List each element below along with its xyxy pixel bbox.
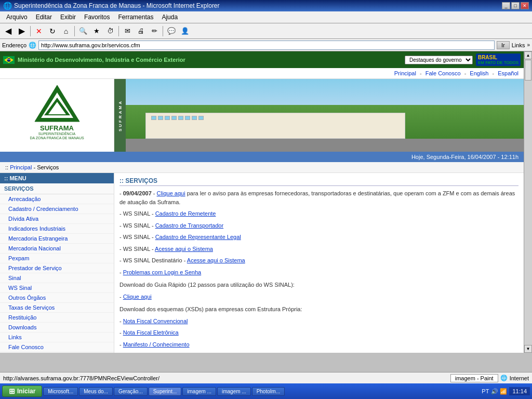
ie-icon: 🌐 <box>3 2 12 10</box>
brasil-text: BRASIL <box>478 55 518 60</box>
menu-editar[interactable]: Editar <box>32 12 56 22</box>
menu-exibir[interactable]: Exibir <box>56 12 80 22</box>
breadcrumb-bar: :: Principal - Serviços <box>0 162 524 173</box>
forward-button[interactable]: ▶ <box>16 25 28 37</box>
links-arrow[interactable]: » <box>527 42 530 48</box>
minimize-button[interactable]: _ <box>502 2 510 9</box>
xsd-eletronica[interactable]: Nota Fiscal Eletrônica <box>123 329 179 336</box>
window-title-left: 🌐 Superintendência da Zona Franca de Man… <box>3 2 220 10</box>
xsd-nota-fiscal: - Nota Fiscal Convencional <box>119 317 518 326</box>
date-bar: Hoje, Segunda-Feira, 16/04/2007 - 12:11h <box>0 152 524 162</box>
sidebar: :: MENU SERVIÇOS Arrecadação Cadastro / … <box>0 173 114 353</box>
window-5 <box>178 116 183 120</box>
xsd-nota-eletronica: - Nota Fiscal Eletrônica <box>119 328 518 337</box>
suframa-full-name: SUPERINTENDÊNCIADA ZONA FRANCA DE MANAUS <box>5 132 109 141</box>
building-shape <box>145 113 405 139</box>
gov-select[interactable]: Destaques do governo <box>405 56 473 64</box>
sidebar-item-prestador[interactable]: Prestador de Serviço <box>0 263 114 273</box>
sidebar-item-sinal[interactable]: Sinal <box>0 273 114 283</box>
stop-button[interactable]: ✕ <box>33 25 45 37</box>
download-guia-clique[interactable]: Clique aqui <box>123 294 152 300</box>
address-input[interactable] <box>38 41 495 50</box>
main-content: :: SERVIÇOS - 09/04/2007 - Clique aqui p… <box>114 173 524 353</box>
home-button[interactable]: ⌂ <box>60 25 72 37</box>
sidebar-item-outros[interactable]: Outros Órgãos <box>0 293 114 303</box>
gov-dropdown[interactable]: Destaques do governo <box>405 56 473 64</box>
sidebar-item-arrecadacao[interactable]: Arrecadação <box>0 194 114 204</box>
ws-sinal-links: - WS SINAL - Cadastro de Remetente - WS … <box>119 209 518 276</box>
links-button[interactable]: Links <box>512 42 525 48</box>
sidebar-item-divida[interactable]: Dívida Ativa <box>0 214 114 224</box>
mail-button[interactable]: ✉ <box>121 25 134 37</box>
menu-arquivo[interactable]: Arquivo <box>2 12 32 22</box>
download-guia-link: - Clique aqui <box>119 292 518 301</box>
scroll-track[interactable] <box>524 59 532 345</box>
nav-english[interactable]: English <box>470 70 488 76</box>
go-button[interactable]: Ir <box>497 41 510 49</box>
maximize-button[interactable]: □ <box>511 2 520 9</box>
edit-button[interactable]: ✏ <box>148 25 161 37</box>
search-button[interactable]: 🔍 <box>77 25 89 37</box>
window-title: Superintendência da Zona Franca de Manau… <box>14 2 220 9</box>
nav-espanol[interactable]: Español <box>498 70 518 76</box>
sidebar-item-pexpam[interactable]: Pexpam <box>0 254 114 263</box>
nav-links: Principal - Fale Conosco - English - Esp… <box>0 68 524 79</box>
discuss-button[interactable]: 💬 <box>165 25 178 37</box>
close-button[interactable]: ✕ <box>521 2 529 9</box>
ws-acesse-sistema[interactable]: Acesse aqui o Sistema <box>155 246 213 252</box>
content-split: :: MENU SERVIÇOS Arrecadação Cadastro / … <box>0 173 524 353</box>
xsd-convencional[interactable]: Nota Fiscal Convencional <box>123 318 188 324</box>
menu-favoritos[interactable]: Favoritos <box>80 12 114 22</box>
window-controls[interactable]: _ □ ✕ <box>502 2 529 9</box>
ws-problemas-login[interactable]: Problemas com Login e Senha <box>123 269 201 275</box>
nav-fale-conosco[interactable]: Fale Conosco <box>425 70 461 76</box>
page-content: Ministério do Desenvolvimento, Indústria… <box>0 51 524 353</box>
ws-link-6: - Problemas com Login e Senha <box>119 268 518 277</box>
ministry-left: Ministério do Desenvolvimento, Indústria… <box>3 56 185 64</box>
road-area <box>126 139 524 152</box>
notice-clique-aqui[interactable]: Clique aqui <box>157 190 185 196</box>
messenger-button[interactable]: 👤 <box>179 25 191 37</box>
triangle-logo-icon <box>34 84 81 123</box>
sidebar-item-cadastro[interactable]: Cadastro / Credenciamento <box>0 204 114 214</box>
download-guia-label: Download do Guia Rápido (12 passos para … <box>119 281 518 289</box>
ws-cadastro-transportador[interactable]: Cadastro de Transportador <box>155 222 223 229</box>
brazil-flag-icon <box>3 56 15 64</box>
ws-destinatario-sistema[interactable]: Acesse aqui o Sistema <box>187 257 245 263</box>
print-button[interactable]: 🖨 <box>135 25 147 37</box>
favorites-button[interactable]: ★ <box>90 25 103 37</box>
window-3 <box>165 116 170 120</box>
sidebar-item-taxas[interactable]: Taxas de Serviços <box>0 303 114 313</box>
suframa-name: SUFRAMA <box>5 124 109 132</box>
sidebar-item-mercadoria-nacional[interactable]: Mercadoria Nacional <box>0 244 114 254</box>
sidebar-item-links[interactable]: Links <box>0 332 114 342</box>
history-button[interactable]: ⏱ <box>104 25 116 37</box>
back-button[interactable]: ◀ <box>2 25 15 37</box>
ws-cadastro-representante[interactable]: Cadastro de Representante Legal <box>155 234 241 240</box>
hero-section: SUFRAMA SUPERINTENDÊNCIADA ZONA FRANCA D… <box>0 79 524 152</box>
ws-cadastro-remetente[interactable]: Cadastro de Remetente <box>155 210 216 217</box>
scroll-down-button[interactable]: ▼ <box>524 345 532 353</box>
sidebar-item-restituicao[interactable]: Restituição <box>0 313 114 323</box>
toolbar-separator-2 <box>74 26 75 36</box>
refresh-button[interactable]: ↻ <box>46 25 59 37</box>
toolbar-separator-4 <box>163 26 163 36</box>
xsd-manifesto-link[interactable]: Manifesto / Conhecimento <box>123 341 190 348</box>
sidebar-item-downloads[interactable]: Downloads <box>0 323 114 332</box>
brasil-logo: BRASIL EM FATO DE TODOS <box>476 54 521 66</box>
sidebar-item-indicadores[interactable]: Indicadores Industriais <box>0 224 114 234</box>
sidebar-item-fale-conosco[interactable]: Fale Conosco <box>0 342 114 352</box>
menu-ferramentas[interactable]: Ferramentas <box>114 12 157 22</box>
breadcrumb-principal[interactable]: Principal <box>10 164 32 170</box>
scrollbar[interactable]: ▲ ▼ <box>524 51 532 353</box>
scroll-thumb[interactable] <box>525 60 531 81</box>
scroll-up-button[interactable]: ▲ <box>524 51 532 59</box>
sidebar-item-ws-sinal[interactable]: WS Sinal <box>0 283 114 293</box>
nav-principal[interactable]: Principal <box>394 70 416 76</box>
menu-ajuda[interactable]: Ajuda <box>157 12 182 22</box>
ws-link-4: - WS SINAL - Acesse aqui o Sistema <box>119 245 518 254</box>
sidebar-item-mercadoria-estrangeira[interactable]: Mercadoria Estrangeira <box>0 234 114 244</box>
address-label: Endereço <box>2 42 26 48</box>
sidebar-section-title: SERVIÇOS <box>0 183 114 194</box>
toolbar-separator-1 <box>30 26 31 36</box>
